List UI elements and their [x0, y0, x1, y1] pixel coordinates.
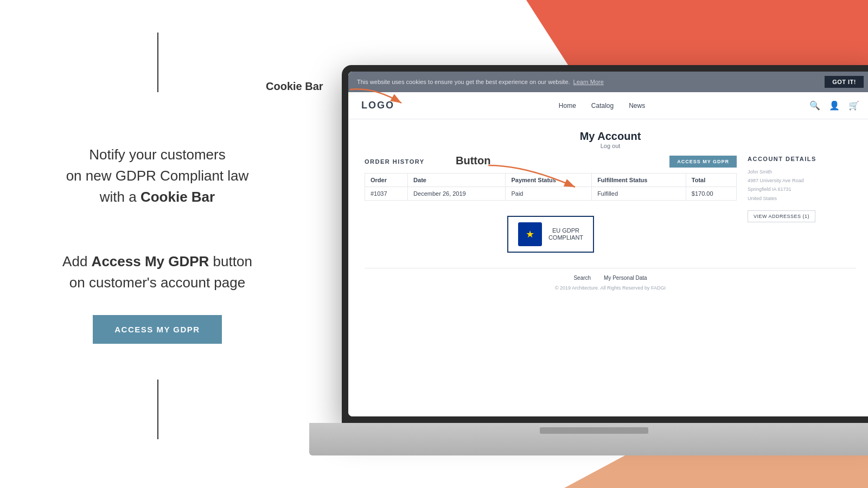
- account-details: ACCOUNT DETAILS John Smith 4987 Universi…: [748, 156, 856, 253]
- orders-section: ORDER HISTORY ACCESS MY GDPR Order Date …: [365, 156, 737, 253]
- view-addresses-button[interactable]: VIEW ADDRESSES (1): [748, 210, 815, 222]
- eu-stars-icon: ★: [518, 222, 542, 246]
- footer-personal-data[interactable]: My Personal Data: [604, 275, 647, 281]
- content-grid: ORDER HISTORY ACCESS MY GDPR Order Date …: [365, 156, 856, 253]
- account-details-title: ACCOUNT DETAILS: [748, 156, 856, 162]
- button-label: Button: [456, 155, 490, 167]
- site-logo: LOGO: [361, 100, 394, 111]
- account-addr1: 4987 University Ave Road: [748, 176, 856, 185]
- cookie-bar-bold: Cookie Bar: [141, 189, 215, 205]
- eu-main-text: EU GDPR: [548, 227, 583, 234]
- nav-links: Home Catalog News: [559, 102, 645, 110]
- col-payment: Payment Status: [506, 174, 592, 187]
- eu-gdpr-text: EU GDPR COMPLIANT: [548, 227, 583, 241]
- access-gdpr-screen-button[interactable]: ACCESS MY GDPR: [669, 156, 737, 168]
- order-number: #1037: [365, 187, 408, 201]
- my-account-header: My Account Log out: [365, 130, 856, 149]
- cookie-bar: This website uses cookies to ensure you …: [348, 72, 868, 92]
- account-icon[interactable]: 👤: [829, 100, 840, 111]
- footer-copyright: © 2019 Architecture. All Rights Reserved…: [378, 285, 843, 291]
- col-date: Date: [408, 174, 506, 187]
- account-name: John Smith: [748, 168, 856, 176]
- col-total: Total: [686, 174, 736, 187]
- logout-link[interactable]: Log out: [365, 143, 856, 149]
- access-line2: on customer's account page: [62, 272, 252, 293]
- account-addr3: United States: [748, 194, 856, 203]
- orders-title: ORDER HISTORY: [365, 158, 425, 165]
- table-row: #1037 December 26, 2019 Paid Fulfilled $…: [365, 187, 737, 201]
- text-block-gdpr-intro: Notify your customers on new GDPR Compli…: [66, 144, 249, 208]
- orders-header: ORDER HISTORY ACCESS MY GDPR: [365, 156, 737, 168]
- eu-gdpr-badge: ★ EU GDPR COMPLIANT: [507, 216, 594, 253]
- access-gdpr-main-button[interactable]: ACCESS MY GDPR: [93, 315, 221, 344]
- nav-catalog[interactable]: Catalog: [591, 102, 614, 110]
- footer-search[interactable]: Search: [573, 275, 591, 281]
- my-account-title: My Account: [365, 130, 856, 143]
- order-date: December 26, 2019: [408, 187, 506, 201]
- site-nav: LOGO Home Catalog News 🔍 👤 🛒: [348, 92, 868, 119]
- nav-home[interactable]: Home: [559, 102, 576, 110]
- intro-line2: on new GDPR Compliant law: [66, 165, 249, 187]
- col-order: Order: [365, 174, 408, 187]
- cart-icon[interactable]: 🛒: [848, 100, 859, 111]
- text-block-access-gdpr: Add Access My GDPR button on customer's …: [62, 251, 252, 293]
- access-gdpr-bold: Access My GDPR: [92, 253, 209, 269]
- cookie-message: This website uses cookies to ensure you …: [357, 79, 570, 85]
- intro-line3: with a Cookie Bar: [66, 187, 249, 208]
- main-content: My Account Log out ORDER HISTORY ACCESS …: [348, 119, 868, 308]
- access-line1: Add Access My GDPR button: [62, 251, 252, 272]
- screen-content: This website uses cookies to ensure you …: [348, 72, 868, 416]
- eu-gdpr-section: ★ EU GDPR COMPLIANT: [365, 216, 737, 253]
- account-details-info: John Smith 4987 University Ave Road Spri…: [748, 168, 856, 203]
- laptop-base: [309, 423, 868, 455]
- account-addr2: Springfield IA 61731: [748, 185, 856, 194]
- search-icon[interactable]: 🔍: [809, 100, 820, 111]
- eu-sub-text: COMPLIANT: [548, 234, 583, 241]
- left-panel: Notify your customers on new GDPR Compli…: [0, 0, 315, 488]
- divider-bottom: [157, 380, 158, 439]
- laptop-screen: This website uses cookies to ensure you …: [348, 72, 868, 416]
- laptop-body: This website uses cookies to ensure you …: [342, 65, 868, 423]
- order-payment: Paid: [506, 187, 592, 201]
- nav-icons: 🔍 👤 🛒: [809, 100, 859, 111]
- divider-top: [157, 33, 158, 92]
- intro-line1: Notify your customers: [66, 144, 249, 165]
- order-total: $170.00: [686, 187, 736, 201]
- order-fulfillment: Fulfilled: [592, 187, 686, 201]
- nav-news[interactable]: News: [629, 102, 645, 110]
- cookie-bar-label: Cookie Bar: [266, 80, 323, 93]
- learn-more-link[interactable]: Learn More: [573, 79, 604, 85]
- orders-table: Order Date Payment Status Fulfillment St…: [365, 173, 737, 201]
- col-fulfillment: Fulfillment Status: [592, 174, 686, 187]
- got-it-button[interactable]: GOT IT!: [825, 76, 864, 88]
- laptop-container: This website uses cookies to ensure you …: [309, 65, 868, 455]
- cookie-bar-text: This website uses cookies to ensure you …: [357, 79, 604, 85]
- site-footer: Search My Personal Data © 2019 Architect…: [365, 268, 856, 297]
- footer-links: Search My Personal Data: [378, 275, 843, 281]
